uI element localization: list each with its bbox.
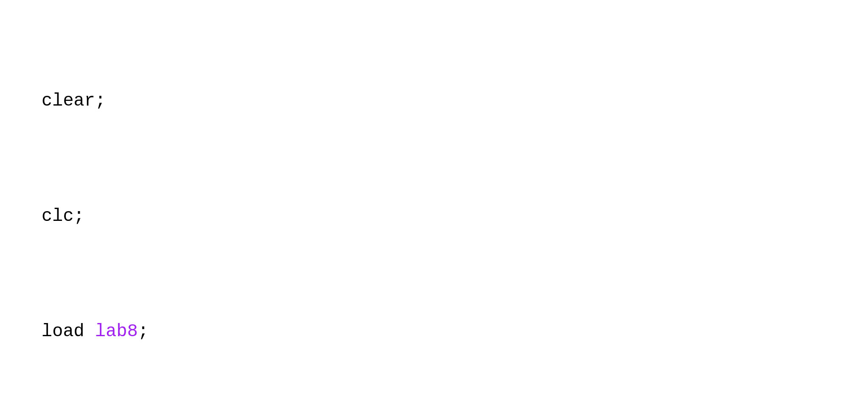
code-line[interactable]: load lab8;	[0, 317, 868, 346]
code-line[interactable]: clear;	[0, 86, 868, 115]
code-text: clc;	[42, 202, 84, 231]
code-text: clear;	[42, 86, 106, 115]
token: load	[42, 321, 84, 342]
code-text: load lab8;	[42, 317, 148, 346]
token: ;	[138, 321, 148, 342]
string-token: lab8	[95, 321, 138, 342]
code-line[interactable]: clc;	[0, 202, 868, 231]
code-editor[interactable]: clear; clc; load lab8; x = Array1; sum=0…	[0, 0, 868, 418]
